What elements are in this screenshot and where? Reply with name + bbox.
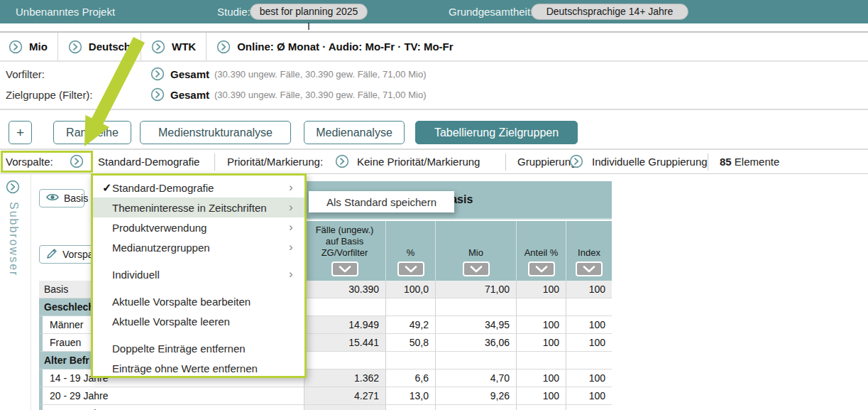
menu-item-label: Doppelte Einträge entfernen	[111, 342, 289, 355]
menu-item-label: Aktuelle Vorspalte leeren	[111, 315, 289, 328]
chevron-circle-icon	[68, 40, 82, 54]
tab-tabellierung-zielgruppen[interactable]: Tabellierung Zielgruppen	[415, 121, 578, 144]
row-cell: 13,0	[385, 387, 435, 405]
column-header-label: Index	[578, 247, 600, 259]
row-label: 30 - 39 Jahre	[39, 405, 304, 410]
submenu-save-as-standard[interactable]: Als Standard speichern	[309, 191, 454, 212]
settings-item-mio[interactable]: Mio	[9, 40, 48, 54]
menu-item-label: Individuell	[111, 269, 289, 281]
row-cell: 100	[516, 316, 566, 334]
elemente-count: 85 Elemente	[720, 150, 779, 173]
study-selector-button[interactable]: best for planning 2025 I	[250, 4, 368, 20]
row-cell: 4.606	[304, 405, 385, 410]
chevron-circle-icon[interactable]	[150, 87, 165, 102]
row-cell	[516, 352, 566, 369]
row-cell: 30.390	[304, 281, 385, 298]
row-cell: 15,2	[385, 405, 435, 410]
vorspalte-dropdown-menu: ✓Standard-Demografie›Themeninteresse in …	[91, 173, 307, 378]
row-cell: 100	[566, 281, 612, 298]
tabs-row: + RangreiheMedienstrukturanalyseMedienan…	[0, 111, 868, 149]
row-cell: 100	[566, 387, 612, 405]
settings-item-deutsch[interactable]: Deutsch	[68, 40, 131, 54]
population-selector-button[interactable]: Deutschsprachige 14+ Jahre	[531, 4, 688, 20]
row-cell: 100	[566, 369, 612, 387]
study-label: Studie:	[217, 0, 251, 23]
vorfilter-label: Vorfilter:	[6, 64, 45, 85]
menu-item-themeninteresse-in-zeitschriften[interactable]: Themeninteresse in Zeitschriften›	[93, 198, 304, 217]
table-row-20-29-jahre[interactable]: 20 - 29 Jahre4.27113,09,26100100	[39, 387, 612, 405]
submenu-arrow-icon: ›	[289, 200, 304, 215]
menu-item-label: Standard-Demografie	[111, 182, 289, 194]
submenu-arrow-icon: ›	[289, 180, 304, 195]
row-cell: 1.362	[304, 369, 385, 387]
vorfilter-detail: (30.390 ungew. Fälle, 30.390 gew. Fälle,…	[214, 64, 426, 85]
vorfilter-value[interactable]: Gesamt	[170, 64, 209, 85]
divider	[57, 33, 58, 60]
row-cell: 49,2	[385, 316, 435, 334]
settings-item-media-timeframes[interactable]: Online: Ø Monat · Audio: Mo-Fr · TV: Mo-…	[216, 40, 453, 54]
chevron-circle-icon	[216, 40, 231, 54]
vorspalte-toolbar: Vorspalte: Standard-Demografie Priorität…	[0, 150, 868, 174]
menu-item-aktuelle-vorspalte-bearbeiten[interactable]: Aktuelle Vorspalte bearbeiten	[93, 291, 304, 311]
chevron-circle-icon	[151, 40, 165, 54]
row-cell: 4.271	[304, 387, 385, 405]
row-cell: 10,79	[435, 405, 516, 410]
column-sort-button[interactable]	[331, 261, 358, 276]
submenu-arrow-icon: ›	[289, 220, 304, 234]
menu-item-label: Medianutzergruppen	[111, 242, 289, 254]
prioritaet-value[interactable]: Keine Priorität/Markierung	[357, 150, 480, 173]
divider	[505, 153, 506, 171]
table-column-headers: Fälle (ungew.)auf BasisZG/Vorfilter%MioA…	[304, 221, 612, 281]
table-row-30-39-jahre[interactable]: 30 - 39 Jahre4.60615,210,79100100	[39, 405, 612, 410]
subbrowser-label[interactable]: Subbrowser	[7, 202, 20, 276]
divider	[206, 33, 207, 60]
settings-item-label: Mio	[29, 41, 48, 53]
submenu-arrow-icon: ›	[289, 267, 304, 281]
row-cell: 71,00	[435, 281, 516, 298]
column-header-anteil-: Anteil %	[516, 221, 566, 281]
menu-item-doppelte-einträge-entfernen[interactable]: Doppelte Einträge entfernen	[93, 338, 304, 358]
column-sort-button[interactable]	[528, 261, 555, 276]
column-sort-button[interactable]	[576, 261, 603, 276]
add-tab-button[interactable]: +	[9, 121, 32, 144]
row-cell: 100	[566, 334, 612, 352]
chevron-circle-icon	[9, 40, 23, 54]
vorspalte-label: Vorspalte:	[6, 150, 53, 173]
gruppierung-value[interactable]: Individuelle Gruppierung	[592, 150, 708, 173]
menu-item-individuell[interactable]: Individuell›	[93, 264, 304, 284]
row-cell: 100,0	[385, 281, 435, 298]
row-cell: 100	[516, 405, 566, 410]
row-cell: 100	[516, 387, 566, 405]
prioritaet-chevron-icon[interactable]	[335, 154, 349, 168]
menu-item-produktverwendung[interactable]: Produktverwendung›	[93, 217, 304, 237]
chevron-circle-icon[interactable]	[150, 67, 165, 81]
menu-item-label: Themeninteresse in Zeitschriften	[111, 202, 289, 214]
zielgruppe-value[interactable]: Gesamt	[170, 85, 209, 106]
row-cell: 100	[566, 316, 612, 334]
settings-item-wtk[interactable]: WTK	[151, 40, 196, 54]
vorspalte-value[interactable]: Standard-Demografie	[98, 150, 199, 173]
menu-item-aktuelle-vorspalte-leeren[interactable]: Aktuelle Vorspalte leeren	[93, 311, 304, 331]
gruppierung-chevron-icon[interactable]	[569, 154, 583, 168]
menu-item-einträge-ohne-werte-entfernen[interactable]: Einträge ohne Werte entfernen	[93, 358, 304, 378]
column-header-label: Fälle (ungew.)auf BasisZG/Vorfilter	[316, 225, 374, 259]
column-sort-button[interactable]	[397, 261, 424, 276]
menu-item-standard-demografie[interactable]: ✓Standard-Demografie›	[93, 178, 304, 198]
menu-item-medianutzergruppen[interactable]: Medianutzergruppen›	[93, 237, 304, 257]
tab-medienanalyse[interactable]: Medienanalyse	[304, 121, 405, 144]
subbrowser-chevron-icon[interactable]	[6, 180, 20, 194]
column-header-label: Mio	[468, 247, 483, 259]
row-cell: 4,70	[435, 369, 516, 387]
tab-rangreihe[interactable]: Rangreihe	[53, 121, 131, 144]
divider	[708, 153, 708, 171]
application-window: Unbenanntes Projekt Studie: best for pla…	[0, 0, 868, 410]
tab-medienstrukturanalyse[interactable]: Medienstrukturanalyse	[140, 121, 291, 144]
row-cell	[385, 298, 435, 316]
column-header-faelle: Fälle (ungew.)auf BasisZG/Vorfilter	[304, 221, 385, 281]
row-cell	[304, 352, 385, 369]
column-header-index: Index	[566, 221, 612, 281]
menu-item-label: Aktuelle Vorspalte bearbeiten	[111, 296, 289, 308]
vorspalte-chevron-icon[interactable]	[70, 154, 84, 168]
column-header-mio: Mio	[435, 221, 516, 281]
column-sort-button[interactable]	[463, 261, 490, 276]
